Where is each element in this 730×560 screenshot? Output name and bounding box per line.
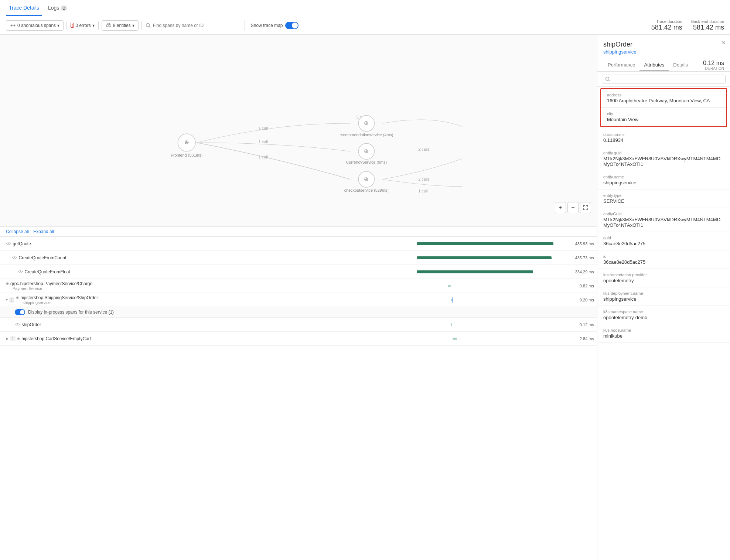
span-list: </> getQuote 435.93 ms </> CreateQuoteFr… <box>0 237 597 560</box>
search-icon <box>605 76 610 82</box>
svg-text:⊕: ⊕ <box>364 148 369 154</box>
svg-line-28 <box>609 80 610 82</box>
attr-list: address 1600 Amphitheatre Parkway, Mount… <box>597 87 730 560</box>
tab-details[interactable]: Details <box>669 59 692 71</box>
anomalous-icon <box>10 23 16 28</box>
tab-trace-details[interactable]: Trace Details <box>6 0 42 16</box>
svg-text:⊕: ⊕ <box>364 176 369 182</box>
svg-point-27 <box>606 77 609 81</box>
globe-icon: ⊕ <box>17 337 20 341</box>
anomalous-spans-button[interactable]: 0 anomalous spans ▾ <box>6 20 64 31</box>
tab-attributes[interactable]: Attributes <box>639 59 669 71</box>
svg-rect-4 <box>109 25 111 27</box>
show-trace-toggle[interactable] <box>285 22 299 29</box>
span-row[interactable]: ⊕ grpc.hipstershop.PaymentService/Charge… <box>0 279 597 293</box>
span-name: </> shipOrder <box>15 322 41 327</box>
top-tabs: Trace Details Logs2 <box>0 0 730 16</box>
span-name: ⊕ grpc.hipstershop.PaymentService/Charge <box>6 281 92 286</box>
entities-button[interactable]: 8 entities ▾ <box>102 20 139 31</box>
expand-all-button[interactable]: Expand all <box>33 229 54 234</box>
span-bar <box>417 256 552 259</box>
toolbar: 0 anomalous spans ▾ ! 0 errors ▾ 8 entit… <box>0 16 730 35</box>
in-process-toggle[interactable] <box>15 309 25 315</box>
span-name: </> getQuote <box>6 241 31 246</box>
zoom-controls: + − <box>555 202 591 213</box>
attr-item-k8s-namespace: k8s.namespace.name opentelemetry-demo <box>597 306 730 324</box>
span-row[interactable]: ▶ 1 ⊕ hipstershop.CartService/EmptyCart … <box>0 332 597 346</box>
trace-map: 1 call 1 call 1 call 5 calls 2 calls 2 c… <box>0 35 597 227</box>
span-row[interactable]: </> CreateQuoteFromCount 435.73 ms <box>0 251 597 265</box>
collapse-all-button[interactable]: Collapse all <box>6 229 29 234</box>
search-input[interactable] <box>153 23 241 28</box>
attr-search-input[interactable] <box>613 76 722 82</box>
fullscreen-button[interactable] <box>580 202 591 213</box>
svg-text:1 call: 1 call <box>418 189 427 193</box>
span-bar <box>417 270 533 273</box>
span-bar <box>448 285 451 287</box>
span-row[interactable]: </> shipOrder 0.12 ms <box>0 318 597 332</box>
span-row[interactable]: </> getQuote 435.93 ms <box>0 237 597 251</box>
expand-arrow[interactable]: ▶ <box>6 337 9 341</box>
close-button[interactable]: × <box>722 39 726 47</box>
span-name: </> CreateQuoteFromFloat <box>18 269 70 274</box>
svg-text:recommendationservice (4ms): recommendationservice (4ms) <box>340 133 393 137</box>
span-bar-area <box>417 296 572 304</box>
show-trace-map: Show trace map <box>251 22 299 29</box>
span-duration: 435.93 ms <box>572 242 594 246</box>
right-panel-tabs: Performance Attributes Details 0.12 ms D… <box>603 59 724 71</box>
span-duration: 435.73 ms <box>572 256 594 260</box>
zoom-out-button[interactable]: − <box>567 202 579 213</box>
svg-text:checkoutservice (529ms): checkoutservice (529ms) <box>344 188 389 192</box>
zoom-in-button[interactable]: + <box>555 202 566 213</box>
trace-stats: Trace duration 581.42 ms Back-end durati… <box>651 19 724 31</box>
attr-item-k8s-deployment: k8s.deployment.name shippingservice <box>597 287 730 306</box>
highlighted-attributes: address 1600 Amphitheatre Parkway, Mount… <box>600 88 727 127</box>
collapse-bar: Collapse all Expand all <box>0 227 597 237</box>
svg-point-1 <box>14 24 16 26</box>
chevron-down-icon: ▾ <box>57 23 59 28</box>
attr-search <box>597 72 730 87</box>
span-bar-area <box>417 281 572 290</box>
span-duration: 0.20 ms <box>572 298 594 302</box>
trace-map-svg: 1 call 1 call 1 call 5 calls 2 calls 2 c… <box>0 35 597 226</box>
span-bar-area <box>417 253 572 262</box>
span-row[interactable]: </> CreateQuoteFromFloat 334.29 ms <box>0 265 597 279</box>
service-link[interactable]: shippingservice <box>603 49 724 55</box>
attr-item-duration-ms: duration.ms 0.118934 <box>597 129 730 147</box>
span-duration: 2.84 ms <box>572 337 594 341</box>
attr-item-k8s-node: k8s.node.name minikube <box>597 324 730 343</box>
svg-text:1 call: 1 call <box>259 126 268 130</box>
span-name: </> CreateQuoteFromCount <box>12 255 66 260</box>
span-marker <box>453 297 453 303</box>
attr-search-inner[interactable] <box>602 75 726 83</box>
span-bar <box>453 338 457 340</box>
globe-icon: ⊕ <box>6 281 9 286</box>
svg-text:1 call: 1 call <box>259 155 268 159</box>
left-panel: 1 call 1 call 1 call 5 calls 2 calls 2 c… <box>0 35 597 560</box>
chevron-down-icon: ▾ <box>92 23 95 28</box>
errors-button[interactable]: ! 0 errors ▾ <box>66 21 99 30</box>
svg-rect-3 <box>106 25 108 27</box>
error-icon: ! <box>71 23 74 28</box>
svg-text:⊕: ⊕ <box>184 139 189 145</box>
span-bar-area <box>417 320 572 329</box>
chevron-down-icon: ▾ <box>132 23 134 28</box>
display-process-row: Display in-process spans for this servic… <box>0 307 597 318</box>
svg-text:2 calls: 2 calls <box>418 177 430 181</box>
svg-text:2 calls: 2 calls <box>418 147 430 151</box>
svg-point-6 <box>146 23 149 27</box>
code-icon: </> <box>6 242 11 246</box>
span-duration: 334.29 ms <box>572 270 594 274</box>
svg-text:⊕: ⊕ <box>364 120 369 126</box>
span-bar <box>417 242 553 245</box>
tab-logs[interactable]: Logs2 <box>45 0 70 16</box>
expand-arrow[interactable]: ▾ <box>6 298 8 302</box>
search-box[interactable] <box>141 21 245 30</box>
attr-item-address: address 1600 Amphitheatre Parkway, Mount… <box>601 89 726 107</box>
attr-item-entity-guid: entity.guid MTk2Njk3MXxFWFR8U0VSVklDRXwy… <box>597 147 730 171</box>
span-bar-area <box>417 239 572 248</box>
span-row[interactable]: ▾ 1 ⊕ hipstershop.ShippingService/ShipOr… <box>0 293 597 307</box>
tab-performance[interactable]: Performance <box>603 59 639 71</box>
svg-rect-5 <box>108 23 109 25</box>
span-title: shipOrder <box>603 41 724 48</box>
